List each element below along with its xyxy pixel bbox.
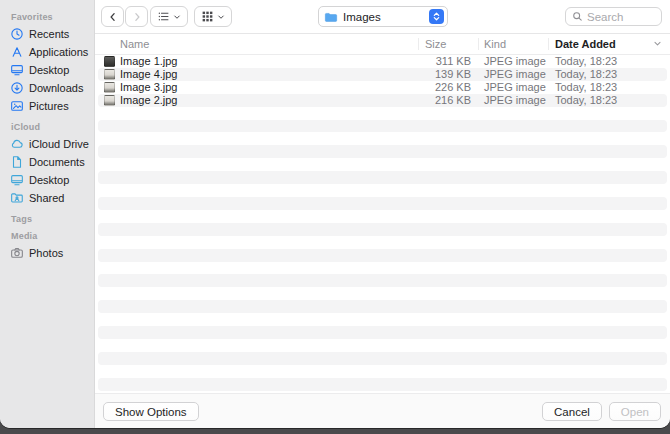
column-header-kind[interactable]: Kind [484,38,506,50]
sidebar-section-label: Media [11,231,94,241]
open-button[interactable]: Open [609,402,661,421]
column-header-date-added[interactable]: Date Added [555,38,616,50]
empty-table-row [98,223,667,236]
sidebar-item-label: Applications [29,46,88,58]
desktop-icon [10,63,24,77]
file-date-added: Today, 18:23 [555,55,617,68]
show-options-button[interactable]: Show Options [103,402,199,421]
list-view-button[interactable] [150,6,188,27]
table-header: Name Size Kind Date Added [95,33,670,55]
empty-table-row [98,352,667,365]
sidebar-item-label: Desktop [29,174,69,186]
empty-table-row [98,158,667,171]
file-thumbnail [104,69,115,80]
table-row[interactable]: Image 4.jpg139 KBJPEG imageToday, 18:23 [98,68,667,81]
shared-folder-icon [10,191,24,205]
sidebar-item-photos[interactable]: Photos [0,244,94,262]
search-icon [572,11,583,22]
empty-table-row [98,171,667,184]
empty-table-row [98,339,667,352]
toolbar: Images Search [95,0,670,33]
sidebar-item-desktop[interactable]: Desktop [0,61,94,79]
empty-table-row [98,145,667,158]
sidebar-item-label: iCloud Drive [29,138,89,150]
empty-table-row [98,378,667,391]
footer-bar: Show Options Cancel Open [95,393,670,428]
sidebar-item-label: Recents [29,28,69,40]
file-name: Image 3.jpg [120,81,177,94]
desktop-icon [10,173,24,187]
file-kind: JPEG image [484,81,546,94]
sidebar-item-desktop[interactable]: Desktop [0,171,94,189]
back-button[interactable] [101,6,124,27]
sidebar-item-label: Documents [29,156,85,168]
sidebar-item-label: Photos [29,247,63,259]
clock-icon [10,27,24,41]
file-thumbnail [104,95,115,106]
main-content: Images Search Name Size Kind Date Added … [95,0,670,428]
chevron-down-icon [217,13,225,21]
empty-table-row [98,287,667,300]
applications-icon [10,45,24,59]
table-row[interactable]: Image 1.jpg311 KBJPEG imageToday, 18:23 [98,55,667,68]
file-name: Image 2.jpg [120,94,177,107]
empty-table-row [98,132,667,145]
grid-view-icon [201,10,214,23]
chevron-right-icon [131,11,143,23]
file-size: 216 KB [398,94,471,107]
column-header-name[interactable]: Name [120,38,149,50]
empty-table-row [98,236,667,249]
file-name: Image 1.jpg [120,55,177,68]
table-row[interactable]: Image 3.jpg226 KBJPEG imageToday, 18:23 [98,81,667,94]
column-divider [548,38,549,50]
sidebar-item-label: Pictures [29,100,69,112]
empty-table-row [98,300,667,313]
empty-table-row [98,107,667,120]
empty-table-row [98,262,667,275]
sidebar-item-shared[interactable]: Shared [0,189,94,207]
cancel-button[interactable]: Cancel [542,402,602,421]
sidebar-item-pictures[interactable]: Pictures [0,97,94,115]
file-date-added: Today, 18:23 [555,68,617,81]
empty-table-row [98,210,667,223]
file-name: Image 4.jpg [120,68,177,81]
file-kind: JPEG image [484,94,546,107]
table-row[interactable]: Image 2.jpg216 KBJPEG imageToday, 18:23 [98,94,667,107]
sidebar-item-applications[interactable]: Applications [0,43,94,61]
search-field[interactable]: Search [565,7,662,26]
sidebar-item-icloud-drive[interactable]: iCloud Drive [0,135,94,153]
sidebar-item-documents[interactable]: Documents [0,153,94,171]
grid-view-button[interactable] [194,6,232,27]
file-kind: JPEG image [484,55,546,68]
empty-table-row [98,365,667,378]
location-popup[interactable]: Images [318,6,448,27]
column-header-size[interactable]: Size [425,38,446,50]
sidebar-section-label: Favorites [11,12,94,22]
sidebar-item-recents[interactable]: Recents [0,25,94,43]
chevron-down-icon [173,13,181,21]
column-divider [418,38,419,50]
empty-table-row [98,249,667,262]
empty-table-row [98,184,667,197]
sidebar-item-downloads[interactable]: Downloads [0,79,94,97]
search-placeholder: Search [587,11,623,23]
file-open-dialog: FavoritesRecentsApplicationsDesktopDownl… [0,0,670,428]
empty-table-row [98,274,667,287]
downloads-icon [10,81,24,95]
popup-stepper-icon [429,9,444,24]
file-date-added: Today, 18:23 [555,81,617,94]
forward-button[interactable] [125,6,148,27]
file-thumbnail [104,82,115,93]
photos-icon [10,246,24,260]
file-kind: JPEG image [484,68,546,81]
cloud-icon [10,137,24,151]
document-icon [10,155,24,169]
sort-direction-icon [653,38,662,50]
empty-table-row [98,313,667,326]
sidebar-section-label: Tags [11,214,94,224]
sidebar-item-label: Shared [29,192,64,204]
folder-icon [324,10,338,24]
column-divider [478,38,479,50]
file-date-added: Today, 18:23 [555,94,617,107]
file-thumbnail [104,56,115,67]
